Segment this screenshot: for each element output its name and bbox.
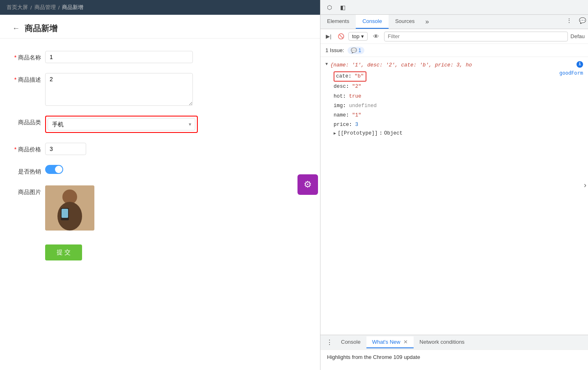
issue-count: 1 bbox=[359, 48, 361, 53]
breadcrumb-sep2: / bbox=[58, 5, 60, 11]
devtools-bottom-content: Highlights from the Chrome 109 update bbox=[320, 349, 588, 370]
svg-rect-4 bbox=[62, 209, 68, 218]
clear-console-icon[interactable]: ▶| bbox=[324, 32, 334, 41]
breadcrumb-sep1: / bbox=[30, 5, 32, 11]
filter-input[interactable] bbox=[384, 32, 568, 41]
expand-right-icon[interactable]: › bbox=[584, 181, 586, 190]
devtools-chat-icon[interactable]: 💬 bbox=[577, 15, 588, 26]
bottom-tab-whatsnew[interactable]: What's New ✕ bbox=[366, 336, 414, 348]
console-obj-preview-line: ▼ {name: '1', desc: '2', cate: 'b', pric… bbox=[320, 60, 588, 70]
prop-cate: cate: "b" bbox=[334, 71, 583, 82]
top-dropdown-icon: ▾ bbox=[361, 33, 364, 39]
devtools-bottom-tabs: ⋮ Console What's New ✕ Network condition… bbox=[320, 335, 588, 349]
block-icon[interactable]: 🚫 bbox=[336, 32, 346, 41]
desc-input[interactable]: 2 bbox=[45, 73, 193, 106]
bottom-tab-more-icon[interactable]: ⋮ bbox=[324, 337, 335, 348]
preview-text: {name: '1', desc: '2', cate: 'b', price:… bbox=[330, 62, 472, 68]
obj-preview-text: {name: '1', desc: '2', cate: 'b', price:… bbox=[330, 61, 472, 69]
breadcrumb: 首页大屏 / 商品管理 / 商品新增 bbox=[0, 0, 320, 15]
breadcrumb-section[interactable]: 商品管理 bbox=[34, 4, 56, 11]
desc-label: 商品描述 bbox=[12, 73, 45, 84]
issue-badge[interactable]: 💬 1 bbox=[348, 47, 365, 54]
bottom-tab-console[interactable]: Console bbox=[335, 336, 366, 348]
inspector-icon[interactable]: ◧ bbox=[337, 2, 348, 13]
devtools-panel: ⬡ ◧ Elements Console Sources » ⋮ 💬 ▶| 🚫 … bbox=[320, 0, 588, 370]
expand-obj-icon[interactable]: ▼ bbox=[325, 61, 328, 68]
whatsnew-label: What's New bbox=[372, 339, 400, 345]
cate-label: 商品品类 bbox=[12, 116, 45, 126]
gear-float-button[interactable]: ⚙ bbox=[297, 174, 318, 195]
default-label: Defau bbox=[570, 33, 585, 39]
hot-toggle-wrapper bbox=[45, 165, 63, 174]
console-output: ▼ {name: '1', desc: '2', cate: 'b', pric… bbox=[320, 57, 588, 335]
page-content: ← 商品新增 商品名称 商品描述 2 商品品类 bbox=[0, 15, 320, 370]
console-toolbar: ▶| 🚫 top ▾ 👁 Defau bbox=[320, 29, 588, 44]
console-obj-block: cate: "b" desc: "2" hot: true img: undef… bbox=[320, 70, 588, 137]
bottom-content-text: Highlights from the Chrome 109 update bbox=[327, 354, 420, 360]
whatsnew-close-icon[interactable]: ✕ bbox=[403, 339, 408, 345]
back-button[interactable]: ← bbox=[12, 24, 20, 33]
devtools-more-icon[interactable]: » bbox=[421, 15, 433, 29]
prop-name: name: "1" bbox=[334, 111, 583, 120]
bottom-tab-network[interactable]: Network conditions bbox=[414, 336, 470, 348]
page-header: ← 商品新增 bbox=[0, 15, 320, 39]
tab-sources[interactable]: Sources bbox=[389, 15, 421, 29]
issue-text: 1 Issue: bbox=[325, 47, 344, 53]
prop-hot: hot: true bbox=[334, 92, 583, 101]
top-selector[interactable]: top ▾ bbox=[348, 32, 368, 41]
hot-label: 是否热销 bbox=[12, 165, 45, 176]
img-label: 商品图片 bbox=[12, 185, 45, 196]
form-area: 商品名称 商品描述 2 商品品类 手机 bbox=[0, 47, 320, 273]
eye-icon[interactable]: 👁 bbox=[370, 31, 382, 42]
price-label: 商品价格 bbox=[12, 143, 45, 153]
cate-highlight-box: 手机 电脑 平板 其他 ▾ bbox=[45, 116, 198, 133]
form-row-desc: 商品描述 2 bbox=[12, 73, 308, 106]
form-row-price: 商品价格 bbox=[12, 143, 308, 155]
top-label: top bbox=[352, 33, 359, 39]
info-icon: i bbox=[577, 61, 583, 68]
tab-console[interactable]: Console bbox=[356, 15, 389, 29]
issue-chat-icon: 💬 bbox=[351, 48, 357, 53]
prop-img: img: undefined bbox=[334, 101, 583, 111]
submit-button[interactable]: 提 交 bbox=[45, 244, 82, 260]
breadcrumb-current: 商品新增 bbox=[62, 4, 83, 11]
cursor-icon[interactable]: ⬡ bbox=[324, 2, 335, 13]
product-image[interactable] bbox=[45, 185, 94, 231]
form-row-hot: 是否热销 bbox=[12, 165, 308, 176]
prototype-expand-icon[interactable]: ▶ bbox=[334, 131, 336, 136]
prototype-line: ▶ [[Prototype]]: Object bbox=[334, 130, 583, 137]
goodform-link[interactable]: goodForm bbox=[559, 70, 583, 76]
app-panel: 首页大屏 / 商品管理 / 商品新增 ← 商品新增 商品名称 商品描述 bbox=[0, 0, 320, 370]
cate-highlight: cate: "b" bbox=[334, 71, 366, 82]
hot-toggle[interactable] bbox=[45, 165, 63, 174]
prop-price: price: 3 bbox=[334, 120, 583, 130]
cate-select-wrapper: 手机 电脑 平板 其他 ▾ bbox=[48, 118, 195, 130]
tab-elements[interactable]: Elements bbox=[320, 15, 356, 29]
name-label: 商品名称 bbox=[12, 51, 45, 62]
cate-select[interactable]: 手机 电脑 平板 其他 bbox=[48, 118, 195, 130]
price-input[interactable] bbox=[45, 143, 86, 155]
prop-desc: desc: "2" bbox=[334, 82, 583, 91]
name-input[interactable] bbox=[45, 51, 193, 63]
issue-bar: 1 Issue: 💬 1 bbox=[320, 44, 588, 57]
page-title: 商品新增 bbox=[25, 23, 57, 34]
breadcrumb-home[interactable]: 首页大屏 bbox=[7, 4, 28, 11]
form-row-img: 商品图片 bbox=[12, 185, 308, 231]
form-row-cate: 商品品类 手机 电脑 平板 其他 ▾ bbox=[12, 116, 308, 133]
devtools-tabs: Elements Console Sources » ⋮ 💬 bbox=[320, 15, 588, 29]
devtools-settings-icon[interactable]: ⋮ bbox=[563, 15, 575, 26]
form-row-name: 商品名称 bbox=[12, 51, 308, 63]
devtools-topbar: ⬡ ◧ bbox=[320, 0, 588, 15]
